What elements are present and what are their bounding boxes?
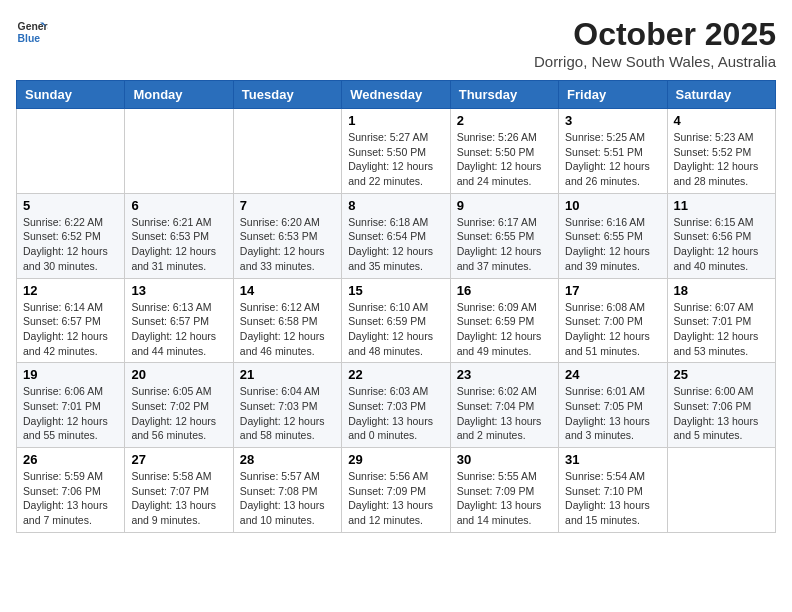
day-info: Sunrise: 5:23 AM Sunset: 5:52 PM Dayligh… xyxy=(674,130,769,189)
day-info: Sunrise: 5:59 AM Sunset: 7:06 PM Dayligh… xyxy=(23,469,118,528)
day-info: Sunrise: 5:54 AM Sunset: 7:10 PM Dayligh… xyxy=(565,469,660,528)
calendar-cell: 28Sunrise: 5:57 AM Sunset: 7:08 PM Dayli… xyxy=(233,448,341,533)
day-info: Sunrise: 6:04 AM Sunset: 7:03 PM Dayligh… xyxy=(240,384,335,443)
day-number: 24 xyxy=(565,367,660,382)
page-header: General Blue October 2025 Dorrigo, New S… xyxy=(16,16,776,70)
day-info: Sunrise: 6:02 AM Sunset: 7:04 PM Dayligh… xyxy=(457,384,552,443)
calendar-cell: 21Sunrise: 6:04 AM Sunset: 7:03 PM Dayli… xyxy=(233,363,341,448)
day-number: 15 xyxy=(348,283,443,298)
day-info: Sunrise: 6:14 AM Sunset: 6:57 PM Dayligh… xyxy=(23,300,118,359)
calendar-cell: 23Sunrise: 6:02 AM Sunset: 7:04 PM Dayli… xyxy=(450,363,558,448)
day-number: 23 xyxy=(457,367,552,382)
weekday-header-friday: Friday xyxy=(559,81,667,109)
day-info: Sunrise: 6:21 AM Sunset: 6:53 PM Dayligh… xyxy=(131,215,226,274)
calendar-cell: 31Sunrise: 5:54 AM Sunset: 7:10 PM Dayli… xyxy=(559,448,667,533)
calendar-cell: 1Sunrise: 5:27 AM Sunset: 5:50 PM Daylig… xyxy=(342,109,450,194)
calendar-cell: 25Sunrise: 6:00 AM Sunset: 7:06 PM Dayli… xyxy=(667,363,775,448)
calendar-cell: 19Sunrise: 6:06 AM Sunset: 7:01 PM Dayli… xyxy=(17,363,125,448)
day-info: Sunrise: 5:27 AM Sunset: 5:50 PM Dayligh… xyxy=(348,130,443,189)
day-info: Sunrise: 6:13 AM Sunset: 6:57 PM Dayligh… xyxy=(131,300,226,359)
weekday-header-monday: Monday xyxy=(125,81,233,109)
calendar-cell xyxy=(125,109,233,194)
day-number: 4 xyxy=(674,113,769,128)
day-info: Sunrise: 6:10 AM Sunset: 6:59 PM Dayligh… xyxy=(348,300,443,359)
day-info: Sunrise: 6:00 AM Sunset: 7:06 PM Dayligh… xyxy=(674,384,769,443)
day-number: 10 xyxy=(565,198,660,213)
calendar-table: SundayMondayTuesdayWednesdayThursdayFrid… xyxy=(16,80,776,533)
day-number: 5 xyxy=(23,198,118,213)
day-number: 31 xyxy=(565,452,660,467)
day-number: 9 xyxy=(457,198,552,213)
calendar-cell: 5Sunrise: 6:22 AM Sunset: 6:52 PM Daylig… xyxy=(17,193,125,278)
day-info: Sunrise: 6:15 AM Sunset: 6:56 PM Dayligh… xyxy=(674,215,769,274)
calendar-cell: 27Sunrise: 5:58 AM Sunset: 7:07 PM Dayli… xyxy=(125,448,233,533)
day-info: Sunrise: 5:57 AM Sunset: 7:08 PM Dayligh… xyxy=(240,469,335,528)
day-info: Sunrise: 6:03 AM Sunset: 7:03 PM Dayligh… xyxy=(348,384,443,443)
day-info: Sunrise: 6:07 AM Sunset: 7:01 PM Dayligh… xyxy=(674,300,769,359)
day-number: 20 xyxy=(131,367,226,382)
calendar-cell: 26Sunrise: 5:59 AM Sunset: 7:06 PM Dayli… xyxy=(17,448,125,533)
day-number: 25 xyxy=(674,367,769,382)
calendar-cell: 16Sunrise: 6:09 AM Sunset: 6:59 PM Dayli… xyxy=(450,278,558,363)
calendar-cell: 17Sunrise: 6:08 AM Sunset: 7:00 PM Dayli… xyxy=(559,278,667,363)
day-number: 7 xyxy=(240,198,335,213)
calendar-cell: 10Sunrise: 6:16 AM Sunset: 6:55 PM Dayli… xyxy=(559,193,667,278)
calendar-cell: 3Sunrise: 5:25 AM Sunset: 5:51 PM Daylig… xyxy=(559,109,667,194)
calendar-cell xyxy=(233,109,341,194)
weekday-header-saturday: Saturday xyxy=(667,81,775,109)
calendar-cell: 6Sunrise: 6:21 AM Sunset: 6:53 PM Daylig… xyxy=(125,193,233,278)
weekday-header-tuesday: Tuesday xyxy=(233,81,341,109)
day-number: 29 xyxy=(348,452,443,467)
day-number: 17 xyxy=(565,283,660,298)
month-title: October 2025 xyxy=(534,16,776,53)
day-info: Sunrise: 6:06 AM Sunset: 7:01 PM Dayligh… xyxy=(23,384,118,443)
day-info: Sunrise: 5:56 AM Sunset: 7:09 PM Dayligh… xyxy=(348,469,443,528)
day-info: Sunrise: 6:20 AM Sunset: 6:53 PM Dayligh… xyxy=(240,215,335,274)
day-number: 19 xyxy=(23,367,118,382)
calendar-week-row: 19Sunrise: 6:06 AM Sunset: 7:01 PM Dayli… xyxy=(17,363,776,448)
day-number: 8 xyxy=(348,198,443,213)
day-number: 22 xyxy=(348,367,443,382)
day-info: Sunrise: 6:16 AM Sunset: 6:55 PM Dayligh… xyxy=(565,215,660,274)
day-number: 16 xyxy=(457,283,552,298)
calendar-cell: 2Sunrise: 5:26 AM Sunset: 5:50 PM Daylig… xyxy=(450,109,558,194)
day-number: 1 xyxy=(348,113,443,128)
day-info: Sunrise: 6:01 AM Sunset: 7:05 PM Dayligh… xyxy=(565,384,660,443)
day-info: Sunrise: 5:25 AM Sunset: 5:51 PM Dayligh… xyxy=(565,130,660,189)
calendar-cell: 14Sunrise: 6:12 AM Sunset: 6:58 PM Dayli… xyxy=(233,278,341,363)
logo-icon: General Blue xyxy=(16,16,48,48)
day-info: Sunrise: 5:26 AM Sunset: 5:50 PM Dayligh… xyxy=(457,130,552,189)
weekday-header-sunday: Sunday xyxy=(17,81,125,109)
day-number: 13 xyxy=(131,283,226,298)
calendar-week-row: 26Sunrise: 5:59 AM Sunset: 7:06 PM Dayli… xyxy=(17,448,776,533)
day-number: 18 xyxy=(674,283,769,298)
day-number: 14 xyxy=(240,283,335,298)
title-block: October 2025 Dorrigo, New South Wales, A… xyxy=(534,16,776,70)
day-number: 2 xyxy=(457,113,552,128)
day-info: Sunrise: 6:18 AM Sunset: 6:54 PM Dayligh… xyxy=(348,215,443,274)
calendar-cell: 4Sunrise: 5:23 AM Sunset: 5:52 PM Daylig… xyxy=(667,109,775,194)
calendar-week-row: 1Sunrise: 5:27 AM Sunset: 5:50 PM Daylig… xyxy=(17,109,776,194)
day-number: 21 xyxy=(240,367,335,382)
calendar-cell: 13Sunrise: 6:13 AM Sunset: 6:57 PM Dayli… xyxy=(125,278,233,363)
day-info: Sunrise: 5:58 AM Sunset: 7:07 PM Dayligh… xyxy=(131,469,226,528)
day-info: Sunrise: 6:17 AM Sunset: 6:55 PM Dayligh… xyxy=(457,215,552,274)
weekday-header-row: SundayMondayTuesdayWednesdayThursdayFrid… xyxy=(17,81,776,109)
calendar-cell: 7Sunrise: 6:20 AM Sunset: 6:53 PM Daylig… xyxy=(233,193,341,278)
calendar-cell: 11Sunrise: 6:15 AM Sunset: 6:56 PM Dayli… xyxy=(667,193,775,278)
calendar-cell: 9Sunrise: 6:17 AM Sunset: 6:55 PM Daylig… xyxy=(450,193,558,278)
day-info: Sunrise: 5:55 AM Sunset: 7:09 PM Dayligh… xyxy=(457,469,552,528)
calendar-cell: 29Sunrise: 5:56 AM Sunset: 7:09 PM Dayli… xyxy=(342,448,450,533)
day-info: Sunrise: 6:12 AM Sunset: 6:58 PM Dayligh… xyxy=(240,300,335,359)
calendar-cell: 12Sunrise: 6:14 AM Sunset: 6:57 PM Dayli… xyxy=(17,278,125,363)
calendar-week-row: 5Sunrise: 6:22 AM Sunset: 6:52 PM Daylig… xyxy=(17,193,776,278)
day-number: 3 xyxy=(565,113,660,128)
calendar-cell xyxy=(667,448,775,533)
day-number: 6 xyxy=(131,198,226,213)
calendar-cell: 15Sunrise: 6:10 AM Sunset: 6:59 PM Dayli… xyxy=(342,278,450,363)
calendar-cell: 24Sunrise: 6:01 AM Sunset: 7:05 PM Dayli… xyxy=(559,363,667,448)
location: Dorrigo, New South Wales, Australia xyxy=(534,53,776,70)
day-info: Sunrise: 6:09 AM Sunset: 6:59 PM Dayligh… xyxy=(457,300,552,359)
calendar-cell: 22Sunrise: 6:03 AM Sunset: 7:03 PM Dayli… xyxy=(342,363,450,448)
logo: General Blue xyxy=(16,16,48,48)
